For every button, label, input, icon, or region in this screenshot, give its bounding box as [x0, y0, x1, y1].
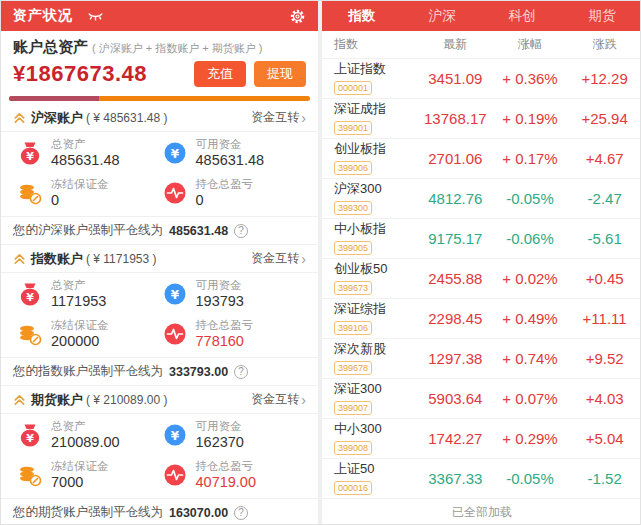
stat-value: 485631.48: [196, 152, 265, 169]
index-change-amount: +5.04: [567, 430, 641, 447]
index-quote-row[interactable]: 深证综指 399106 2298.45 + 0.49% +11.11: [322, 299, 641, 339]
double-chevron-up-icon[interactable]: [13, 393, 26, 406]
accounts-container: 沪深账户 ( ¥ 485631.48 ) 资金互转› ¥ 总资产 485631.…: [1, 104, 318, 525]
svg-text:¥: ¥: [26, 291, 34, 304]
index-code-badge: 399106: [334, 321, 372, 335]
index-change-percent: -0.05%: [493, 190, 568, 207]
stat-label: 可用资金: [196, 420, 244, 433]
settings-gear-icon[interactable]: [289, 8, 306, 25]
index-change-percent: -0.06%: [493, 230, 568, 247]
stat-label: 冻结保证金: [51, 460, 109, 473]
help-question-icon[interactable]: ?: [234, 365, 248, 379]
index-name-cell: 深证综指 399106: [322, 302, 418, 334]
toggle-visibility-eye-icon[interactable]: [87, 10, 104, 23]
index-change-percent: -0.05%: [493, 470, 568, 487]
double-chevron-up-icon[interactable]: [13, 111, 26, 124]
stat-value: 40719.00: [196, 474, 256, 491]
stat-label: 可用资金: [196, 138, 265, 151]
stat-value: 778160: [196, 333, 254, 350]
total-assets-summary: 账户总资产 ( 沪深账户 + 指数账户 + 期货账户 ) ¥1867673.48…: [1, 31, 318, 89]
stat-value: 485631.48: [51, 152, 120, 169]
index-quote-row[interactable]: 深证300 399007 5903.64 + 0.07% +4.03: [322, 379, 641, 419]
index-quote-row[interactable]: 创业板50 399673 2455.88 + 0.02% +0.45: [322, 259, 641, 299]
index-change-amount: +4.03: [567, 390, 641, 407]
index-code-badge: 000001: [334, 81, 372, 95]
fund-transfer-link[interactable]: 资金互转›: [251, 391, 306, 408]
withdraw-button[interactable]: 提现: [254, 61, 306, 87]
index-code-badge: 399673: [334, 281, 372, 295]
account-stat: 持仓总盈亏 40719.00: [162, 457, 307, 493]
index-code-badge: 399678: [334, 361, 372, 375]
index-latest-price: 2701.06: [418, 150, 493, 167]
stat-value: 200000: [51, 333, 109, 350]
account-stat: 冻结保证金 7000: [17, 457, 162, 493]
index-name-cell: 创业板指 399006: [322, 142, 418, 174]
fund-transfer-link[interactable]: 资金互转›: [251, 109, 306, 126]
moneybag-icon: ¥: [17, 422, 43, 448]
stat-label: 可用资金: [196, 279, 244, 292]
index-name-cell: 深证300 399007: [322, 382, 418, 414]
asset-panel-header: 资产状况: [1, 1, 318, 31]
tab-futures[interactable]: 期货: [562, 1, 641, 31]
index-quote-row[interactable]: 深次新股 399678 1297.38 + 0.74% +9.52: [322, 339, 641, 379]
col-change-pct: 涨幅: [493, 36, 568, 53]
index-quote-row[interactable]: 上证50 000016 3367.33 -0.05% -1.52: [322, 459, 641, 499]
index-quote-row[interactable]: 深证成指 399001 13768.17 + 0.19% +25.94: [322, 99, 641, 139]
chevron-right-icon: ›: [301, 392, 306, 408]
fund-transfer-label: 资金互转: [251, 250, 299, 267]
quotes-panel: 指数 沪深 科创 期货 指数 最新 涨幅 涨跌 上证指数 000001 3451…: [322, 1, 641, 525]
index-name: 中小板指: [334, 222, 418, 236]
stat-value: 210089.00: [51, 434, 120, 451]
index-name: 沪深300: [334, 182, 418, 196]
index-change-amount: +0.45: [567, 270, 641, 287]
liquidation-value: 333793.00: [169, 365, 228, 379]
index-latest-price: 1742.27: [418, 430, 493, 447]
asset-panel: 资产状况 账户总资产 ( 沪深账户: [1, 1, 318, 525]
index-code-badge: 000016: [334, 481, 372, 495]
stat-label: 总资产: [51, 138, 120, 151]
index-change-amount: +9.52: [567, 350, 641, 367]
index-change-amount: +12.29: [567, 70, 641, 87]
col-change: 涨跌: [567, 36, 641, 53]
tab-index[interactable]: 指数: [322, 1, 402, 31]
stat-label: 持仓总盈亏: [196, 178, 254, 191]
account-stat: 冻结保证金 200000: [17, 316, 162, 352]
tab-hushen[interactable]: 沪深: [402, 1, 482, 31]
account-grid: ¥ 总资产 1171953 ¥ 可用资金 193793: [1, 272, 318, 357]
account-grid: ¥ 总资产 485631.48 ¥ 可用资金 485631.48: [1, 131, 318, 216]
index-name: 创业板50: [334, 262, 418, 276]
account-section-header: 期货账户 ( ¥ 210089.00 ) 资金互转›: [1, 386, 318, 413]
tab-star-market[interactable]: 科创: [482, 1, 562, 31]
index-code-badge: 399005: [334, 241, 372, 255]
account-name: 期货账户: [31, 391, 83, 409]
stat-value: 193793: [196, 293, 244, 310]
index-change-percent: + 0.29%: [493, 430, 568, 447]
fund-transfer-link[interactable]: 资金互转›: [251, 250, 306, 267]
index-name-cell: 上证指数 000001: [322, 62, 418, 94]
recharge-button[interactable]: 充值: [194, 61, 246, 87]
stat-label: 持仓总盈亏: [196, 460, 256, 473]
index-quote-row[interactable]: 沪深300 399300 4812.76 -0.05% -2.47: [322, 179, 641, 219]
index-code-badge: 399008: [334, 441, 372, 455]
moneybag-icon: ¥: [17, 140, 43, 166]
index-latest-price: 13768.17: [418, 110, 493, 127]
account-stat: ¥ 总资产 485631.48: [17, 135, 162, 171]
help-question-icon[interactable]: ?: [234, 224, 248, 238]
index-change-percent: + 0.02%: [493, 270, 568, 287]
index-quote-row[interactable]: 上证指数 000001 3451.09 + 0.36% +12.29: [322, 59, 641, 99]
index-quote-row[interactable]: 中小板指 399005 9175.17 -0.06% -5.61: [322, 219, 641, 259]
index-name: 上证指数: [334, 62, 418, 76]
index-quote-row[interactable]: 中小300 399008 1742.27 + 0.29% +5.04: [322, 419, 641, 459]
double-chevron-up-icon[interactable]: [13, 252, 26, 265]
total-assets-amount: ¥1867673.48: [13, 61, 147, 87]
total-assets-label: 账户总资产: [13, 38, 88, 57]
stat-label: 总资产: [51, 420, 120, 433]
index-latest-price: 9175.17: [418, 230, 493, 247]
index-name: 深证成指: [334, 102, 418, 116]
liquidation-label: 您的沪深账户强制平仓线为: [13, 222, 163, 239]
index-quote-row[interactable]: 创业板指 399006 2701.06 + 0.17% +4.67: [322, 139, 641, 179]
account-amount: ( ¥ 210089.00 ): [86, 393, 167, 407]
help-question-icon[interactable]: ?: [234, 506, 248, 520]
index-change-amount: -1.52: [567, 470, 641, 487]
col-index: 指数: [322, 36, 418, 53]
